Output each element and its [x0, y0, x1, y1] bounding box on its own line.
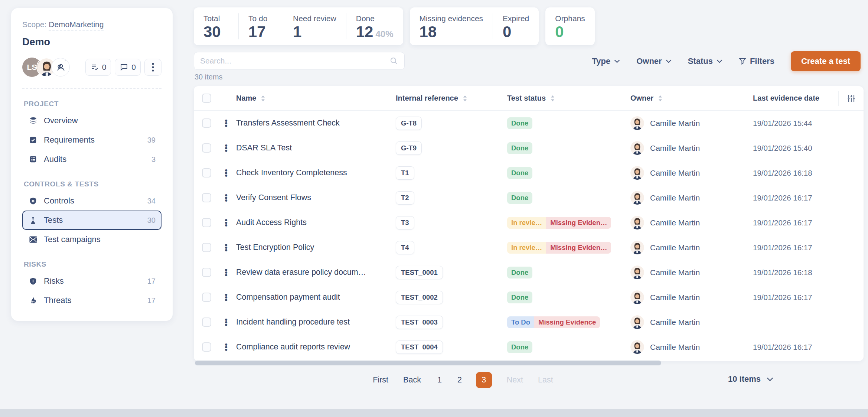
test-name[interactable]: Compensation payment audit [236, 293, 396, 302]
sidebar-kebab-menu-button[interactable] [144, 59, 161, 76]
sidebar-item-requirements[interactable]: Requirements39 [22, 130, 161, 150]
page-size-dropdown[interactable]: 10 items [728, 374, 773, 384]
type-filter-dropdown[interactable]: Type [592, 56, 620, 66]
sidebar-item-test-campaigns[interactable]: Test campaigns [22, 230, 161, 249]
table-row[interactable]: •••Transfers Assessment CheckG-T8DoneCam… [194, 111, 864, 136]
table-row[interactable]: •••Compensation payment auditTEST_0002Do… [194, 285, 864, 310]
status-badge-in-review: In revie… [507, 242, 546, 254]
search-box[interactable] [194, 52, 405, 70]
row-checkbox[interactable] [202, 118, 211, 128]
sidebar-item-overview[interactable]: Overview [22, 111, 161, 130]
filters-button[interactable]: Filters [739, 56, 774, 66]
owner-filter-dropdown[interactable]: Owner [636, 56, 671, 66]
pagination-first[interactable]: First [373, 375, 388, 385]
test-status-badges: Done [507, 117, 630, 129]
row-kebab-menu[interactable]: ••• [221, 119, 231, 127]
comment-icon [120, 63, 128, 72]
test-name[interactable]: Transfers Assessment Check [236, 118, 396, 128]
pagination: First Back 123 Next Last [194, 371, 732, 388]
sidebar-sections: PROJECTOverviewRequirements39Audits3CONT… [22, 100, 161, 310]
pagination-page-3-active[interactable]: 3 [476, 372, 492, 388]
stat-value: 0 [555, 24, 585, 40]
column-header-test-status[interactable]: Test status [507, 94, 630, 102]
test-name[interactable]: Compliance audit reports review [236, 342, 396, 352]
test-name[interactable]: Incident handling procedure test [236, 317, 396, 327]
test-name[interactable]: DSAR SLA Test [236, 143, 396, 153]
pagination-back[interactable]: Back [403, 375, 421, 385]
column-header-internal-reference[interactable]: Internal reference [396, 94, 507, 102]
row-kebab-menu[interactable]: ••• [221, 169, 231, 177]
kebab-icon [152, 62, 154, 72]
row-kebab-menu[interactable]: ••• [221, 144, 231, 152]
test-name[interactable]: Test Encryption Policy [236, 243, 396, 252]
row-kebab-menu[interactable]: ••• [221, 244, 231, 251]
row-checkbox[interactable] [202, 268, 211, 277]
row-checkbox[interactable] [202, 143, 211, 153]
row-kebab-menu[interactable]: ••• [221, 343, 231, 351]
horizontal-scrollbar[interactable] [195, 361, 661, 365]
pagination-page-2[interactable]: 2 [456, 375, 463, 385]
table-row[interactable]: •••Review data erasure policy docum…TEST… [194, 260, 864, 285]
row-checkbox[interactable] [202, 317, 211, 327]
stat-orphans: Orphans0 [545, 13, 595, 39]
table-row[interactable]: •••Audit Access RightsT3In revie…Missing… [194, 210, 864, 235]
pagination-last[interactable]: Last [538, 375, 553, 385]
column-settings-button[interactable] [838, 91, 864, 106]
search-input[interactable] [200, 56, 389, 65]
member-avatars[interactable]: LS [22, 58, 70, 77]
column-header-owner[interactable]: Owner [630, 94, 753, 102]
bottom-strip [0, 409, 868, 417]
column-header-name[interactable]: Name [236, 94, 396, 102]
table-row[interactable]: •••Check Inventory CompletenessT1DoneCam… [194, 160, 864, 185]
column-header-last-evidence-date[interactable]: Last evidence date [753, 94, 838, 102]
owner-avatar [630, 290, 644, 304]
status-filter-dropdown[interactable]: Status [688, 56, 722, 66]
owner-avatar [630, 265, 644, 279]
pagination-next[interactable]: Next [507, 375, 523, 385]
table-row[interactable]: •••Verify Consent FlowsT2DoneCamille Mar… [194, 185, 864, 210]
sidebar-item-threats[interactable]: Threats17 [22, 291, 161, 310]
select-all-checkbox[interactable] [202, 94, 211, 103]
row-checkbox[interactable] [202, 193, 211, 202]
table-row[interactable]: •••Compliance audit reports reviewTEST_0… [194, 335, 864, 359]
owner-avatar [630, 315, 644, 329]
status-badge-todo: To Do [507, 316, 534, 328]
last-evidence-date: 19/01/2026 16:17 [753, 293, 838, 302]
manage-members-button[interactable] [51, 58, 70, 76]
tasks-counter-button[interactable]: 0 [85, 59, 111, 76]
row-kebab-menu[interactable]: ••• [221, 293, 231, 301]
row-checkbox[interactable] [202, 168, 211, 177]
row-checkbox[interactable] [202, 243, 211, 252]
row-kebab-menu[interactable]: ••• [221, 219, 231, 227]
row-checkbox[interactable] [202, 293, 211, 302]
items-count: 30 items [195, 73, 223, 81]
row-checkbox[interactable] [202, 218, 211, 227]
row-kebab-menu[interactable]: ••• [221, 268, 231, 276]
create-test-button[interactable]: Create a test [791, 51, 861, 71]
sidebar-item-risks[interactable]: Risks17 [22, 271, 161, 291]
row-kebab-menu[interactable]: ••• [221, 194, 231, 202]
sidebar-item-count: 17 [147, 296, 156, 305]
sidebar-item-controls[interactable]: Controls34 [22, 191, 161, 211]
stat-label: Need review [293, 14, 336, 23]
status-badge-in-review: In revie… [507, 217, 546, 229]
test-name[interactable]: Review data erasure policy docum… [236, 268, 396, 277]
table-row[interactable]: •••Incident handling procedure testTEST_… [194, 310, 864, 335]
owner-avatar [630, 141, 644, 155]
nav-section-title: RISKS [24, 260, 161, 268]
stat-to-do: To do17 [238, 13, 283, 39]
table-row[interactable]: •••DSAR SLA TestG-T9DoneCamille Martin19… [194, 136, 864, 160]
sidebar-item-tests[interactable]: Tests30 [22, 211, 161, 230]
scope-value-link[interactable]: DemoMarketing [49, 20, 104, 30]
test-name[interactable]: Audit Access Rights [236, 218, 396, 227]
table-row[interactable]: •••Test Encryption PolicyT4In revie…Miss… [194, 235, 864, 260]
test-status-badges: Done [507, 267, 630, 278]
pagination-page-1[interactable]: 1 [436, 375, 443, 385]
test-name[interactable]: Check Inventory Completeness [236, 168, 396, 177]
test-name[interactable]: Verify Consent Flows [236, 193, 396, 202]
comments-counter-button[interactable]: 0 [115, 59, 141, 76]
row-kebab-menu[interactable]: ••• [221, 318, 231, 326]
sidebar-item-audits[interactable]: Audits3 [22, 150, 161, 169]
threats-icon [28, 296, 38, 305]
row-checkbox[interactable] [202, 342, 211, 352]
